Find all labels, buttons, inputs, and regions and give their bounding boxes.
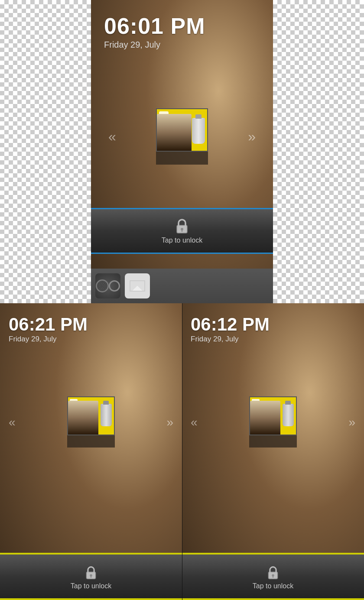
top-date: Friday 29, July <box>104 40 205 50</box>
checker-right <box>273 0 364 303</box>
bottom-left-date: Friday 29, July <box>9 335 88 344</box>
top-next-arrow[interactable]: » <box>248 129 256 145</box>
bottom-right-unlock-text: Tap to unlock <box>253 582 293 590</box>
top-panel: 06:01 PM Friday 29, July « » Tap to unlo… <box>91 0 273 303</box>
bottom-right-time-display: 06:12 PM Friday 29, July <box>191 314 270 344</box>
top-shortcuts-bar <box>91 269 273 303</box>
svg-point-1 <box>181 228 183 230</box>
bottom-left-time: 06:21 PM <box>9 314 88 335</box>
bottom-left-panel: 06:21 PM Friday 29, July « » <box>0 303 182 600</box>
bottom-left-yellow-line-bottom <box>0 598 182 600</box>
bottom-right-unlock-bar[interactable]: Tap to unlock <box>182 555 364 600</box>
bottom-left-widget-label <box>67 435 115 448</box>
phone-speaker-icon <box>96 279 109 292</box>
bottom-left-time-display: 06:21 PM Friday 29, July <box>9 314 88 344</box>
mail-shortcut-icon[interactable] <box>125 273 150 298</box>
bottom-right-lock-icon <box>266 565 280 581</box>
bottom-right-thumbnail[interactable] <box>249 396 297 435</box>
bottom-left-person <box>68 401 98 435</box>
bottom-right-time: 06:12 PM <box>191 314 270 335</box>
bottom-left-unlock-bar[interactable]: Tap to unlock <box>0 555 182 600</box>
bottom-right-yellow-line-bottom <box>182 598 364 600</box>
bottom-right-widget-label <box>249 435 297 448</box>
top-time: 06:01 PM <box>104 13 205 39</box>
top-widget-thumbnail[interactable] <box>156 108 208 152</box>
bottom-left-prev-arrow[interactable]: « <box>9 415 16 429</box>
checker-left <box>0 0 91 303</box>
bottom-left-next-arrow[interactable]: » <box>166 415 173 429</box>
bottom-right-bottle <box>283 404 294 426</box>
top-widget-area: « » <box>91 76 273 197</box>
bottom-left-widget-area: « » <box>0 370 182 474</box>
top-bottle <box>192 118 205 144</box>
bottom-left-unlock-text: Tap to unlock <box>71 582 111 590</box>
top-prev-arrow[interactable]: « <box>108 129 116 145</box>
svg-point-7 <box>272 574 274 576</box>
top-widget-label <box>156 152 208 165</box>
bottom-right-widget-area: « » <box>182 370 364 474</box>
bottom-panel-divider <box>182 303 182 600</box>
bottom-left-lock-icon <box>84 565 98 581</box>
bottom-right-next-arrow[interactable]: » <box>348 415 355 429</box>
top-widget-box[interactable] <box>156 108 208 165</box>
bottom-right-panel: 06:12 PM Friday 29, July « » <box>182 303 364 600</box>
svg-point-4 <box>90 574 92 576</box>
bottom-left-widget-box[interactable] <box>67 396 115 448</box>
top-unlock-bar[interactable]: Tap to unlock <box>91 209 273 253</box>
bottom-left-thumbnail[interactable] <box>67 396 115 435</box>
top-unlock-text: Tap to unlock <box>162 237 202 244</box>
top-lock-icon <box>174 217 190 235</box>
bottom-left-bottle <box>101 404 112 426</box>
bottom-right-person <box>250 401 280 435</box>
phone-shortcut-icon[interactable] <box>95 273 120 298</box>
mail-envelope-icon <box>130 280 145 292</box>
bottom-right-widget-box[interactable] <box>249 396 297 448</box>
bottom-right-date: Friday 29, July <box>191 335 270 344</box>
top-person-silhouette <box>157 114 192 151</box>
bottom-right-prev-arrow[interactable]: « <box>191 415 198 429</box>
top-blue-line-bottom <box>91 253 273 254</box>
top-time-display: 06:01 PM Friday 29, July <box>104 13 205 50</box>
